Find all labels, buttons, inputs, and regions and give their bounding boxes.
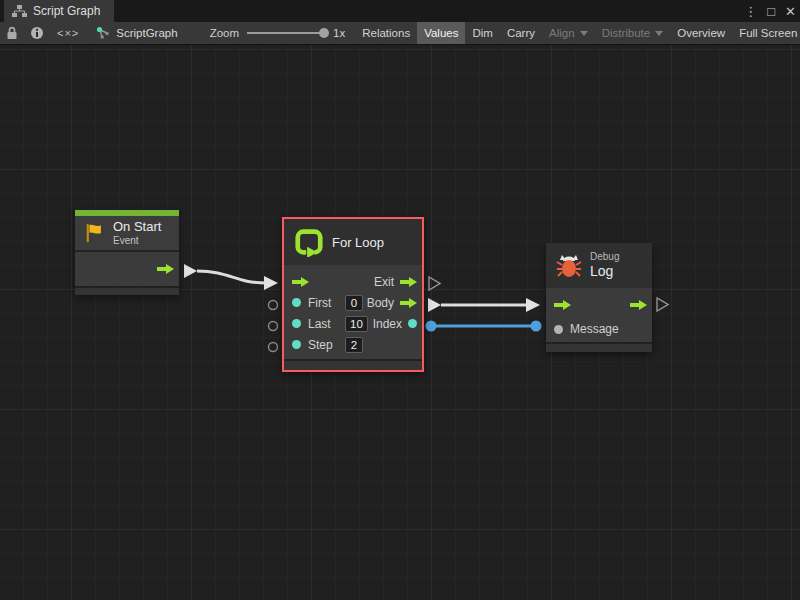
value-port-icon <box>408 319 417 328</box>
window-close-icon[interactable]: ✕ <box>785 5 796 18</box>
trigger-output-port[interactable] <box>157 263 174 275</box>
port-row-message: Message <box>546 316 652 342</box>
toolbar-button-overview[interactable]: Overview <box>670 22 732 44</box>
bug-icon <box>556 253 582 279</box>
zoom-label: Zoom <box>210 27 239 39</box>
value-port-icon <box>292 340 301 349</box>
tab-script-graph[interactable]: Script Graph <box>4 0 114 22</box>
zoom-value: 1x <box>333 27 345 39</box>
code-icon: <×> <box>57 27 79 39</box>
flow-arrow-icon <box>554 299 571 311</box>
tab-title: Script Graph <box>33 4 100 18</box>
index-output-port[interactable]: Index <box>373 317 417 331</box>
node-footer <box>75 288 179 295</box>
step-value-field[interactable]: 2 <box>345 337 363 353</box>
toolbar-button-fullscreen[interactable]: Full Screen <box>732 22 800 44</box>
info-icon <box>30 26 44 40</box>
enter-input-port[interactable] <box>292 276 309 288</box>
toolbar-button-values[interactable]: Values <box>417 22 465 44</box>
debug-exit-port-stub-icon[interactable] <box>657 298 668 311</box>
flow-arrow-icon <box>630 299 647 311</box>
last-value-field[interactable]: 10 <box>345 316 368 332</box>
port-row-first-body: First 0 Body <box>284 292 422 313</box>
toolbar-button-align[interactable]: Align <box>542 22 595 44</box>
value-port-icon <box>292 319 301 328</box>
flag-icon <box>83 222 105 244</box>
message-input-port[interactable]: Message <box>554 322 619 336</box>
window-menu-icon[interactable]: ⋮ <box>744 5 757 18</box>
first-value-field[interactable]: 0 <box>345 295 363 311</box>
code-view-button[interactable]: <×> <box>50 22 86 44</box>
node-subtitle: Event <box>113 235 161 246</box>
lock-icon <box>6 26 18 40</box>
node-footer <box>546 344 652 352</box>
node-for-loop[interactable]: For Loop Exit First <box>282 217 424 372</box>
toolbar-button-distribute[interactable]: Distribute <box>595 22 671 44</box>
flow-arrow-icon <box>292 276 309 288</box>
value-port-icon <box>292 298 301 307</box>
graph-toolbar: <×> ScriptGraph Zoom 1x Relations Values… <box>0 22 800 45</box>
step-input-port[interactable]: Step 2 <box>292 337 363 353</box>
flow-arrow-icon <box>400 276 417 288</box>
first-input-port[interactable]: First 0 <box>292 295 363 311</box>
last-port-stub-icon[interactable] <box>269 322 278 331</box>
info-button[interactable] <box>24 22 50 44</box>
node-category: Debug <box>590 251 619 263</box>
value-port-icon <box>554 325 563 334</box>
toolbar-button-relations[interactable]: Relations <box>355 22 417 44</box>
zoom-slider-handle[interactable] <box>319 28 329 38</box>
lock-button[interactable] <box>0 22 24 44</box>
port-row-enter-exit <box>546 294 652 316</box>
zoom-slider[interactable] <box>247 32 325 34</box>
port-row-enter-exit: Exit <box>284 271 422 292</box>
last-input-port[interactable]: Last 10 <box>292 316 368 332</box>
window-maximize-icon[interactable]: □ <box>767 5 775 18</box>
dropdown-caret-icon <box>580 31 588 36</box>
step-port-stub-icon[interactable] <box>269 343 278 352</box>
exit-output-port[interactable]: Exit <box>374 275 417 289</box>
exit-output-port[interactable] <box>630 299 647 311</box>
first-port-stub-icon[interactable] <box>269 301 278 310</box>
toolbar-button-carry[interactable]: Carry <box>500 22 542 44</box>
exit-port-stub-icon[interactable] <box>429 277 440 290</box>
graph-name-breadcrumb[interactable]: ScriptGraph <box>116 27 177 39</box>
connection-index-to-message[interactable] <box>426 321 542 332</box>
connection-onstart-to-forloop[interactable] <box>184 264 278 290</box>
loop-icon <box>294 227 324 257</box>
port-row-last-index: Last 10 Index <box>284 313 422 334</box>
flow-arrow-icon <box>400 297 417 309</box>
graph-tree-icon <box>12 5 27 18</box>
node-title: Log <box>590 263 619 279</box>
enter-input-port[interactable] <box>554 299 571 311</box>
node-footer <box>284 361 422 370</box>
script-graph-icon <box>96 26 110 40</box>
window-tab-bar: Script Graph ⋮ □ ✕ <box>0 0 800 22</box>
dropdown-caret-icon <box>655 31 663 36</box>
flow-arrow-icon <box>157 263 174 275</box>
connection-body-to-debuglog[interactable] <box>428 298 540 312</box>
node-on-start[interactable]: On Start Event <box>75 210 179 295</box>
node-title: For Loop <box>332 235 384 250</box>
node-debug-log[interactable]: Debug Log Message <box>546 243 652 352</box>
body-output-port[interactable]: Body <box>367 296 417 310</box>
graph-canvas[interactable]: On Start Event For Loop <box>0 45 800 600</box>
port-row-step: Step 2 <box>284 334 422 355</box>
toolbar-button-dim[interactable]: Dim <box>465 22 499 44</box>
node-title: On Start <box>113 220 161 235</box>
graph-breadcrumb-group: ScriptGraph Zoom 1x <box>86 22 355 44</box>
